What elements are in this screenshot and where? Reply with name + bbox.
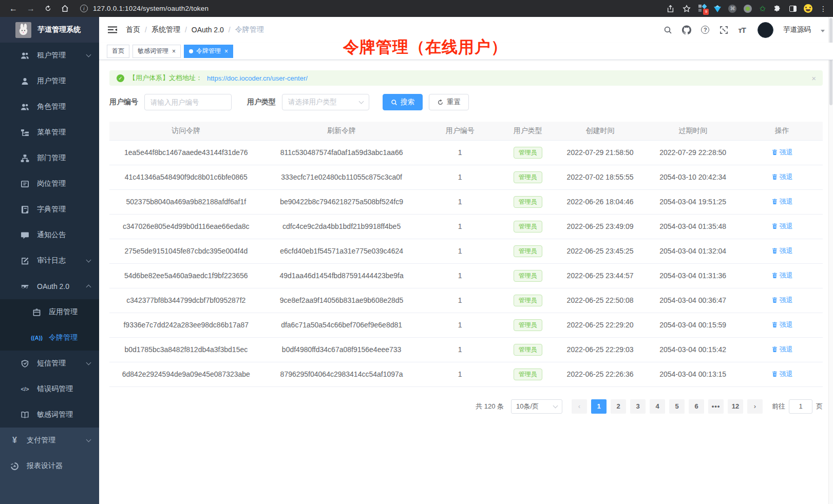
breadcrumb-separator: / xyxy=(229,26,231,34)
force-logout-button[interactable]: 强退 xyxy=(771,246,793,256)
sidebar-item-13[interactable]: 短信管理 xyxy=(0,351,99,376)
tab-close-icon[interactable]: × xyxy=(224,48,228,54)
help-icon[interactable]: ? xyxy=(701,26,709,34)
select-caret-icon xyxy=(553,403,558,408)
force-logout-button[interactable]: 强退 xyxy=(771,345,793,354)
chevron-up-icon xyxy=(86,285,91,290)
page-button-6[interactable]: 6 xyxy=(689,399,704,414)
page-button-4[interactable]: 4 xyxy=(650,399,665,414)
created-time-cell: 2022-06-26 18:04:46 xyxy=(556,189,644,214)
sidebar-item-8[interactable]: 通知公告 xyxy=(0,222,99,248)
profile-emoji-avatar[interactable] xyxy=(804,4,812,13)
extension-gem-icon[interactable] xyxy=(714,7,721,12)
doc-link[interactable]: https://doc.iocoder.cn/user-center/ xyxy=(207,74,308,82)
sidebar-item-4[interactable]: 菜单管理 xyxy=(0,120,99,145)
sidebar-item-3[interactable]: 角色管理 xyxy=(0,94,99,120)
browser-back-button[interactable]: ← xyxy=(9,4,17,13)
share-icon[interactable] xyxy=(666,4,675,13)
page-button-3[interactable]: 3 xyxy=(630,399,646,414)
bookmark-star-icon[interactable] xyxy=(682,4,691,13)
force-logout-button[interactable]: 强退 xyxy=(771,271,793,280)
action-cell: 强退 xyxy=(742,337,823,362)
sidebar-collapse-icon[interactable] xyxy=(107,25,118,35)
force-logout-button[interactable]: 强退 xyxy=(771,222,793,231)
extension-command-icon[interactable]: ⌘ xyxy=(728,5,736,13)
user-id-input[interactable] xyxy=(150,99,225,106)
sidebar-item-17[interactable]: 报表设计器 xyxy=(0,453,99,479)
force-logout-button[interactable]: 强退 xyxy=(771,148,793,157)
expire-time-cell: 2054-03-04 00:15:59 xyxy=(645,313,742,337)
force-logout-button[interactable]: 强退 xyxy=(771,296,793,305)
sidebar-item-6[interactable]: 岗位管理 xyxy=(0,171,99,197)
sidebar-item-12[interactable]: ((A))令牌管理 xyxy=(0,325,99,351)
user-id-cell: 1 xyxy=(421,239,500,263)
extension-star-icon[interactable]: ✩ xyxy=(759,4,766,13)
avatar[interactable] xyxy=(758,22,773,38)
goto-page-input[interactable] xyxy=(789,399,812,414)
tab-1[interactable]: 首页 xyxy=(107,45,129,58)
font-size-icon[interactable]: тT xyxy=(738,26,746,34)
access-token-cell: 6d842e2924594de9a09e45e087323abe xyxy=(109,362,263,386)
browser-forward-button[interactable]: → xyxy=(27,4,35,13)
address-bar[interactable]: i 127.0.0.1:1024/system/oauth2/token xyxy=(80,5,666,12)
search-icon[interactable] xyxy=(663,25,672,34)
sidebar-item-2[interactable]: 用户管理 xyxy=(0,68,99,94)
sidebar-item-1[interactable]: 租户管理 xyxy=(0,43,99,68)
search-button[interactable]: 搜索 xyxy=(383,94,423,110)
extension-tabs-icon[interactable]: 9 xyxy=(698,5,707,13)
alert-close-icon[interactable]: × xyxy=(811,74,816,83)
browser-home-button[interactable] xyxy=(61,5,69,12)
tab-label: 令牌管理 xyxy=(196,47,221,55)
tab-3[interactable]: 令牌管理× xyxy=(184,45,233,58)
sidebar-item-11[interactable]: 应用管理 xyxy=(0,299,99,325)
reset-button[interactable]: 重置 xyxy=(429,94,469,110)
tab-close-icon[interactable]: × xyxy=(172,48,176,54)
tab-2[interactable]: 敏感词管理× xyxy=(132,45,181,58)
refresh-token-cell: cdfc4ce9c2da4bb1bdf21b9918ff4be5 xyxy=(263,214,421,239)
user-type-label: 用户类型 xyxy=(247,98,276,107)
access-token-cell: 502375b8040a469a9b82188afdf6af1f xyxy=(109,189,263,214)
sidebar-item-10[interactable]: OAuth 2.0 xyxy=(0,274,99,299)
side-panel-icon[interactable] xyxy=(789,6,797,12)
sidebar-item-7[interactable]: 字典管理 xyxy=(0,197,99,222)
main-scrollbar[interactable] xyxy=(828,17,833,504)
sidebar-item-16[interactable]: ¥支付管理 xyxy=(0,428,99,453)
next-page-button[interactable]: › xyxy=(747,399,763,414)
site-info-icon[interactable]: i xyxy=(80,5,88,12)
force-logout-button[interactable]: 强退 xyxy=(771,370,793,379)
extension-puzzle-icon[interactable] xyxy=(773,4,782,13)
sidebar-item-15[interactable]: 敏感词管理 xyxy=(0,402,99,428)
refresh-token-cell: 811c530487574fa0af1a59d3abc1aa66 xyxy=(263,140,421,165)
prev-page-button[interactable]: ‹ xyxy=(572,399,587,414)
force-logout-button[interactable]: 强退 xyxy=(771,172,793,182)
fullscreen-icon[interactable] xyxy=(719,25,728,34)
sidebar-item-14[interactable]: </>错误码管理 xyxy=(0,376,99,402)
breadcrumb-item-1[interactable]: 首页 xyxy=(126,25,140,34)
user-type-select[interactable]: 请选择用户类型 xyxy=(282,94,369,110)
github-icon[interactable] xyxy=(682,25,691,34)
table-body: 1ea5e44f8bc1467aaede43144f31de76811c5304… xyxy=(109,140,823,386)
page-button-2[interactable]: 2 xyxy=(611,399,626,414)
action-cell: 强退 xyxy=(742,140,823,165)
browser-menu-icon[interactable]: ⋮ xyxy=(820,5,827,13)
action-cell: 强退 xyxy=(742,165,823,189)
page-button-1[interactable]: 1 xyxy=(591,399,607,414)
breadcrumb-item-2[interactable]: 系统管理 xyxy=(152,25,180,34)
extension-record-icon[interactable] xyxy=(744,5,752,13)
more-pages-button[interactable]: ••• xyxy=(708,399,724,414)
chevron-down-icon xyxy=(86,437,91,442)
app-logo[interactable]: 芋道管理系统 xyxy=(0,17,99,43)
url-text[interactable]: 127.0.0.1:1024/system/oauth2/token xyxy=(93,5,209,12)
force-logout-button[interactable]: 强退 xyxy=(771,197,793,206)
sidebar-item-5[interactable]: 部门管理 xyxy=(0,145,99,171)
sidebar-item-9[interactable]: 审计日志 xyxy=(0,248,99,274)
page-size-select[interactable]: 10条/页 xyxy=(511,399,562,414)
expire-time-cell: 2054-03-04 00:15:42 xyxy=(645,337,742,362)
browser-reload-button[interactable] xyxy=(44,5,52,12)
force-logout-button[interactable]: 强退 xyxy=(771,320,793,329)
page-button-5[interactable]: 5 xyxy=(669,399,685,414)
user-menu-caret-icon[interactable] xyxy=(821,30,825,32)
page-button-12[interactable]: 12 xyxy=(728,399,743,414)
breadcrumb-item-3[interactable]: OAuth 2.0 xyxy=(192,26,224,34)
table-row-5: 275e5de9151045fe87cbdc395e004f4de6cfd40e… xyxy=(109,239,823,263)
